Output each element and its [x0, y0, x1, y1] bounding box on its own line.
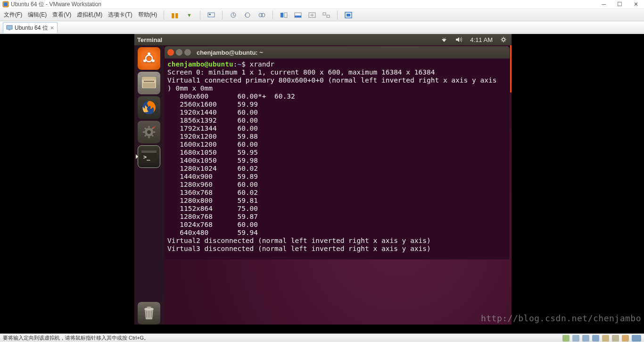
svg-rect-16: [347, 14, 350, 17]
network-icon[interactable]: [441, 36, 447, 43]
svg-rect-17: [7, 25, 12, 29]
panel-clock[interactable]: 4:11 AM: [470, 36, 493, 43]
terminal-title: chenjambo@ubuntu: ~: [197, 49, 263, 56]
terminal-body[interactable]: chenjambo@ubuntu:~$ xrandr Screen 0: min…: [165, 58, 510, 255]
tray-disk-icon[interactable]: [562, 335, 570, 342]
screen-edge-indicator: [510, 45, 512, 92]
vmware-statusbar: 要将输入定向到该虚拟机，请将鼠标指针移入其中或按 Ctrl+G。: [0, 334, 644, 342]
vm-tab-ubuntu[interactable]: Ubuntu 64 位 ✕: [3, 22, 58, 33]
unity-launcher: >_: [134, 45, 164, 325]
monitor-icon: [6, 25, 13, 31]
svg-rect-9: [284, 13, 287, 17]
tray-printer-icon[interactable]: [612, 335, 619, 342]
vmware-logo-icon: [2, 1, 9, 8]
window-title: Ubuntu 64 位 - VMware Workstation: [11, 0, 101, 8]
svg-point-23: [143, 59, 146, 62]
ubuntu-top-panel: Terminal 4:11 AM: [134, 34, 512, 45]
window-controls: ─ ☐ ✕: [602, 1, 642, 8]
tray-floppy-icon[interactable]: [582, 335, 589, 342]
menu-view[interactable]: 查看(V): [52, 11, 71, 19]
unity-icon[interactable]: [322, 11, 330, 19]
term-close-button[interactable]: [167, 49, 174, 56]
svg-rect-18: [8, 30, 10, 30]
gear-icon[interactable]: [500, 36, 507, 43]
svg-rect-14: [327, 15, 330, 17]
menu-help[interactable]: 帮助(H): [138, 11, 157, 19]
status-tray: [562, 335, 641, 342]
terminal-window[interactable]: chenjambo@ubuntu: ~ chenjambo@ubuntu:~$ …: [165, 46, 510, 259]
tab-close-icon[interactable]: ✕: [50, 25, 54, 31]
view-console-icon[interactable]: [280, 11, 288, 19]
svg-rect-27: [143, 83, 155, 88]
svg-rect-32: [141, 150, 157, 153]
vmware-tabbar: Ubuntu 64 位 ✕: [0, 21, 644, 33]
svg-point-19: [502, 38, 505, 41]
tray-net-icon[interactable]: [592, 335, 599, 342]
view-thumb-icon[interactable]: [294, 11, 302, 19]
svg-point-5: [245, 13, 250, 17]
svg-rect-11: [295, 16, 301, 17]
svg-point-22: [152, 59, 155, 62]
vm-display-area[interactable]: Terminal 4:11 AM >_: [0, 34, 644, 334]
launcher-files[interactable]: [138, 72, 160, 94]
ubuntu-desktop[interactable]: Terminal 4:11 AM >_: [134, 34, 512, 325]
minimize-button[interactable]: ─: [602, 1, 606, 8]
svg-rect-1: [4, 2, 8, 6]
svg-rect-13: [323, 13, 326, 15]
fullscreen-icon[interactable]: [344, 11, 353, 19]
status-message: 要将输入定向到该虚拟机，请将鼠标指针移入其中或按 Ctrl+G。: [3, 334, 149, 342]
snapshot-revert-icon[interactable]: [243, 11, 252, 19]
pause-vm-icon[interactable]: ▮▮: [171, 11, 179, 19]
term-minimize-button[interactable]: [176, 49, 182, 56]
menu-vm[interactable]: 虚拟机(M): [77, 11, 102, 19]
tray-usb-icon[interactable]: [602, 335, 609, 342]
tray-cd-icon[interactable]: [572, 335, 579, 342]
svg-rect-35: [147, 307, 151, 309]
play-dropdown-icon[interactable]: ▼: [185, 11, 193, 19]
launcher-terminal[interactable]: >_: [138, 145, 160, 168]
svg-point-7: [261, 13, 265, 17]
launcher-firefox[interactable]: [138, 96, 160, 119]
tray-sound-icon[interactable]: [622, 335, 629, 342]
svg-text:>_: >_: [143, 154, 150, 161]
menu-file[interactable]: 文件(F): [4, 11, 22, 19]
send-ctrl-alt-del-icon[interactable]: [207, 11, 215, 19]
volume-icon[interactable]: [455, 36, 462, 43]
vm-tab-label: Ubuntu 64 位: [15, 24, 48, 32]
svg-rect-25: [142, 77, 156, 80]
svg-rect-8: [281, 13, 283, 17]
terminal-titlebar[interactable]: chenjambo@ubuntu: ~: [165, 46, 510, 58]
launcher-dash[interactable]: [138, 47, 160, 70]
maximize-button[interactable]: ☐: [617, 1, 622, 8]
svg-point-21: [148, 52, 150, 55]
stretch-icon[interactable]: [308, 11, 316, 19]
vmware-titlebar: Ubuntu 64 位 - VMware Workstation ─ ☐ ✕: [0, 0, 644, 9]
svg-rect-26: [144, 81, 154, 82]
launcher-trash[interactable]: [138, 302, 160, 325]
panel-app-title: Terminal: [134, 36, 162, 43]
menu-tabs[interactable]: 选项卡(T): [108, 11, 132, 19]
svg-rect-3: [209, 14, 211, 15]
term-maximize-button[interactable]: [184, 49, 191, 56]
snapshot-icon[interactable]: [229, 11, 238, 19]
menu-edit[interactable]: 编辑(E): [28, 11, 47, 19]
tray-display-icon[interactable]: [632, 335, 641, 342]
svg-point-30: [147, 130, 151, 134]
svg-point-20: [146, 55, 152, 62]
close-button[interactable]: ✕: [634, 1, 638, 8]
launcher-settings[interactable]: [138, 121, 160, 143]
vmware-menubar: 文件(F) 编辑(E) 查看(V) 虚拟机(M) 选项卡(T) 帮助(H) ▮▮…: [0, 9, 644, 21]
snapshot-manager-icon[interactable]: [257, 11, 266, 19]
